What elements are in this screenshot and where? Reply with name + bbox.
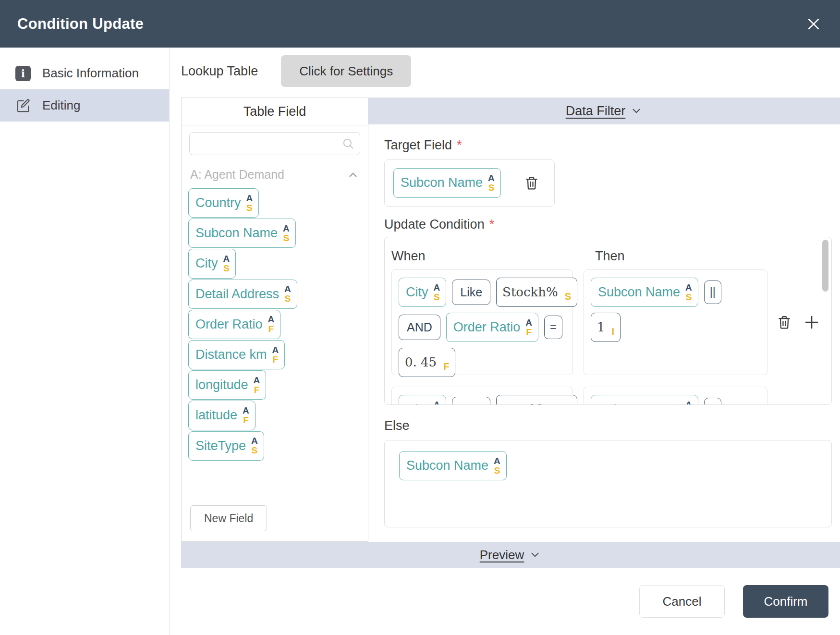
operator-chip[interactable]: Like — [452, 397, 490, 405]
origin-badge: A — [488, 173, 495, 183]
sidebar-item-label: Basic Information — [42, 66, 139, 81]
field-group-label: A: Agent Demand — [190, 168, 284, 182]
else-label: Else — [384, 418, 840, 433]
required-mark: * — [457, 138, 462, 153]
field-chip[interactable]: Subcon Name AS — [591, 278, 698, 307]
type-badge: S — [434, 293, 440, 302]
trash-icon[interactable] — [523, 175, 540, 191]
field-chip-country[interactable]: Country AS — [188, 188, 259, 218]
operator-chip[interactable]: || — [704, 398, 721, 405]
update-condition-box: When Then City AS Like — [384, 237, 832, 405]
type-badge: F — [443, 360, 449, 373]
value-chip[interactable]: Stockh% S — [496, 278, 577, 307]
field-chip-latitude[interactable]: latitude AF — [188, 401, 256, 430]
condition-row-actions — [776, 314, 820, 331]
field-chip-city[interactable]: City AS — [188, 249, 236, 278]
dialog-titlebar: Condition Update — [0, 0, 840, 48]
preview-bar[interactable]: Preview — [181, 542, 840, 568]
field-chip[interactable]: Subcon Name AS — [591, 395, 698, 405]
origin-badge: A — [246, 194, 253, 203]
table-field-panel: Table Field A: Agent Demand Country AS — [181, 98, 368, 542]
edit-icon — [15, 98, 31, 113]
data-filter-bar[interactable]: Data Filter — [368, 98, 840, 124]
field-chip[interactable]: Order Ratio AF — [446, 313, 538, 342]
type-badge: F — [273, 355, 279, 365]
data-filter-link[interactable]: Data Filter — [566, 104, 626, 119]
condition-row: City AS Like Stockh% S AND — [391, 269, 831, 375]
origin-badge: A — [434, 283, 440, 293]
value-chip[interactable]: 0. 45 F — [399, 348, 455, 377]
field-chip[interactable]: City AS — [399, 278, 446, 307]
when-card: City AS Like Stockh% S AND — [391, 269, 573, 375]
field-chip[interactable]: City AS — [399, 395, 446, 405]
search-icon — [342, 137, 354, 150]
origin-badge: A — [494, 456, 500, 466]
delete-condition-icon[interactable] — [776, 314, 792, 330]
origin-badge: A — [251, 436, 258, 446]
sidebar-item-label: Editing — [42, 98, 81, 113]
target-field-chip[interactable]: Subcon Name AS — [393, 168, 501, 197]
table-field-title: Table Field — [182, 98, 368, 125]
type-badge: S — [494, 466, 500, 476]
type-badge: F — [526, 328, 532, 337]
type-badge: S — [283, 233, 290, 243]
operator-chip[interactable]: Like — [452, 280, 490, 305]
type-badge: S — [252, 446, 258, 455]
when-label: When — [391, 249, 584, 264]
type-badge: S — [488, 183, 495, 193]
close-button[interactable] — [804, 15, 823, 33]
field-group-header[interactable]: A: Agent Demand — [190, 168, 359, 182]
value-chip[interactable]: 1 I — [591, 313, 621, 342]
type-badge: S — [686, 293, 692, 302]
origin-badge: A — [254, 376, 260, 385]
field-search-input[interactable] — [189, 132, 360, 155]
field-chip-distance-km[interactable]: Distance km AF — [188, 340, 285, 369]
update-condition-label: Update Condition * — [384, 217, 840, 232]
origin-badge: A — [685, 400, 692, 405]
close-icon — [805, 16, 822, 32]
dialog-footer: Cancel Confirm — [639, 585, 828, 618]
new-field-button[interactable]: New Field — [190, 505, 267, 531]
condition-scrollbar-thumb[interactable] — [822, 240, 828, 292]
field-chip-sitetype[interactable]: SiteType AS — [188, 431, 264, 461]
origin-badge: A — [685, 283, 692, 293]
type-badge: F — [268, 324, 274, 334]
add-condition-icon[interactable] — [803, 314, 820, 331]
else-box: Subcon Name AS — [384, 440, 832, 527]
chevron-down-icon — [630, 105, 643, 117]
origin-badge: A — [223, 254, 230, 264]
sidebar-item-basic-information[interactable]: i Basic Information — [0, 57, 169, 89]
preview-link[interactable]: Preview — [480, 548, 524, 562]
type-badge: I — [612, 325, 615, 338]
value-chip[interactable]: Stockh% S — [496, 395, 577, 405]
table-field-footer: New Field — [182, 495, 368, 541]
else-field-chip[interactable]: Subcon Name AS — [399, 451, 507, 480]
condition-update-dialog: Condition Update i Basic Information Edi… — [0, 0, 840, 635]
when-card: City AS Like Stockh% S — [391, 387, 573, 405]
type-badge: S — [223, 264, 230, 273]
field-chip-subcon-name[interactable]: Subcon Name AS — [188, 219, 296, 248]
field-list: Country AS Subcon Name AS City AS Detail… — [182, 186, 368, 495]
click-for-settings-button[interactable]: Click for Settings — [281, 55, 411, 87]
field-chip-order-ratio[interactable]: Order Ratio AF — [188, 310, 280, 339]
origin-badge: A — [272, 345, 279, 355]
chevron-up-icon[interactable] — [347, 169, 359, 181]
operator-chip[interactable]: AND — [399, 315, 440, 340]
target-field-box: Subcon Name AS — [384, 159, 555, 207]
field-chip-detail-address[interactable]: Detail Address AS — [188, 280, 297, 309]
info-icon: i — [15, 66, 31, 81]
operator-chip[interactable]: = — [544, 316, 562, 339]
origin-badge: A — [434, 400, 440, 405]
operator-chip[interactable]: || — [704, 281, 721, 304]
confirm-button[interactable]: Confirm — [743, 585, 828, 618]
then-card: Subcon Name AS || — [584, 387, 767, 405]
origin-badge: A — [284, 284, 291, 294]
origin-badge: A — [268, 315, 275, 324]
type-badge: S — [565, 290, 571, 303]
field-chip-longitude[interactable]: longitude AF — [188, 370, 266, 400]
origin-badge: A — [243, 406, 249, 415]
field-search — [189, 132, 360, 155]
sidebar-item-editing[interactable]: Editing — [0, 89, 169, 122]
lookup-toolbar: Lookup Table Click for Settings — [181, 55, 411, 87]
cancel-button[interactable]: Cancel — [639, 585, 725, 618]
